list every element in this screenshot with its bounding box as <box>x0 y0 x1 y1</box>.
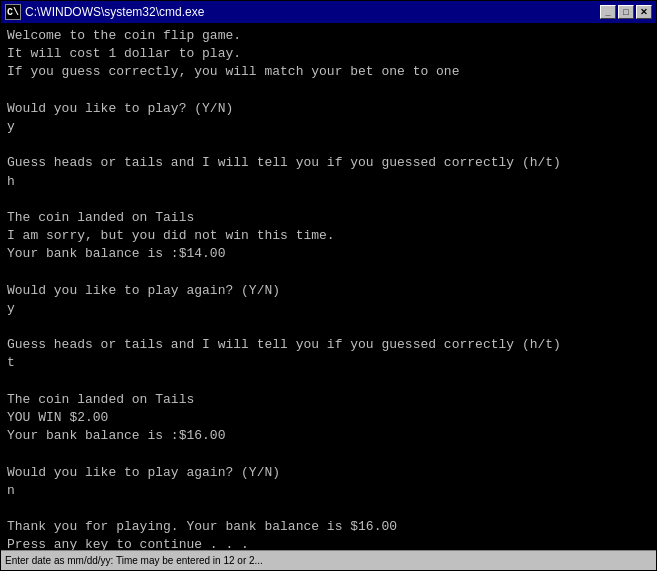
console-line: I am sorry, but you did not win this tim… <box>7 227 650 245</box>
console-line: Would you like to play again? (Y/N) <box>7 282 650 300</box>
console-line <box>7 500 650 518</box>
console-line: It will cost 1 dollar to play. <box>7 45 650 63</box>
console-line: h <box>7 173 650 191</box>
status-bar: Enter date as mm/dd/yy: Time may be ente… <box>1 550 656 570</box>
status-text: Enter date as mm/dd/yy: Time may be ente… <box>5 555 263 566</box>
console-line: Guess heads or tails and I will tell you… <box>7 336 650 354</box>
console-line: The coin landed on Tails <box>7 391 650 409</box>
console-line: Your bank balance is :$14.00 <box>7 245 650 263</box>
cmd-icon: C\ <box>5 4 21 20</box>
console-line <box>7 318 650 336</box>
console-line: y <box>7 300 650 318</box>
console-line <box>7 445 650 463</box>
minimize-button[interactable]: _ <box>600 5 616 19</box>
console-line: Press any key to continue . . . <box>7 536 650 550</box>
console-line: Your bank balance is :$16.00 <box>7 427 650 445</box>
console-line: y <box>7 118 650 136</box>
console-line: The coin landed on Tails <box>7 209 650 227</box>
console-line: Guess heads or tails and I will tell you… <box>7 154 650 172</box>
title-bar-left: C\ C:\WINDOWS\system32\cmd.exe <box>5 4 204 20</box>
console-line <box>7 191 650 209</box>
console-line: Welcome to the coin flip game. <box>7 27 650 45</box>
maximize-button[interactable]: □ <box>618 5 634 19</box>
title-bar: C\ C:\WINDOWS\system32\cmd.exe _ □ ✕ <box>1 1 656 23</box>
cmd-window: C\ C:\WINDOWS\system32\cmd.exe _ □ ✕ Wel… <box>0 0 657 571</box>
console-line <box>7 136 650 154</box>
console-line: YOU WIN $2.00 <box>7 409 650 427</box>
console-line: n <box>7 482 650 500</box>
console-line <box>7 373 650 391</box>
close-button[interactable]: ✕ <box>636 5 652 19</box>
title-bar-buttons: _ □ ✕ <box>600 5 652 19</box>
console-line <box>7 82 650 100</box>
console-line: Would you like to play again? (Y/N) <box>7 464 650 482</box>
console-line <box>7 263 650 281</box>
console-line: t <box>7 354 650 372</box>
console-body: Welcome to the coin flip game.It will co… <box>1 23 656 550</box>
window-title: C:\WINDOWS\system32\cmd.exe <box>25 5 204 19</box>
console-line: If you guess correctly, you will match y… <box>7 63 650 81</box>
console-line: Would you like to play? (Y/N) <box>7 100 650 118</box>
console-line: Thank you for playing. Your bank balance… <box>7 518 650 536</box>
